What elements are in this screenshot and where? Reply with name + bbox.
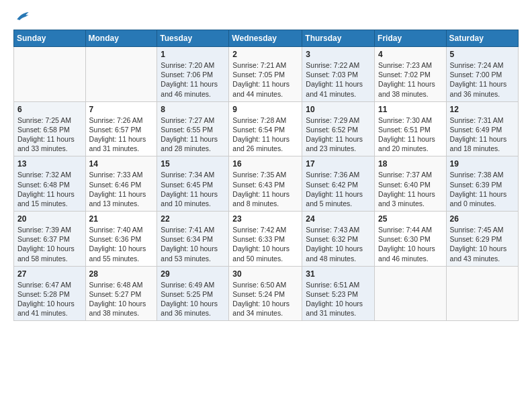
calendar-cell: 9Sunrise: 7:28 AMSunset: 6:54 PMDaylight… — [229, 101, 302, 156]
day-info: Sunrise: 7:30 AMSunset: 6:51 PMDaylight:… — [378, 116, 443, 154]
day-info: Sunrise: 6:49 AMSunset: 5:25 PMDaylight:… — [161, 280, 225, 318]
day-info: Sunrise: 7:45 AMSunset: 6:29 PMDaylight:… — [450, 225, 515, 263]
day-number: 17 — [306, 159, 371, 169]
day-info: Sunrise: 7:40 AMSunset: 6:36 PMDaylight:… — [89, 225, 154, 263]
day-number: 30 — [232, 269, 298, 279]
calendar-cell: 7Sunrise: 7:26 AMSunset: 6:57 PMDaylight… — [85, 101, 157, 156]
day-number: 16 — [232, 159, 298, 169]
day-number: 26 — [450, 214, 515, 224]
calendar-header-row: SundayMondayTuesdayWednesdayThursdayFrid… — [14, 30, 519, 47]
day-number: 5 — [450, 50, 515, 59]
day-info: Sunrise: 7:34 AMSunset: 6:45 PMDaylight:… — [161, 170, 225, 208]
day-info: Sunrise: 6:51 AMSunset: 5:23 PMDaylight:… — [306, 280, 371, 318]
day-info: Sunrise: 7:43 AMSunset: 6:32 PMDaylight:… — [306, 225, 371, 263]
calendar-cell: 25Sunrise: 7:44 AMSunset: 6:30 PMDayligh… — [375, 212, 447, 267]
day-info: Sunrise: 7:26 AMSunset: 6:57 PMDaylight:… — [89, 116, 154, 154]
day-number: 23 — [232, 214, 298, 224]
day-number: 25 — [378, 214, 443, 224]
day-info: Sunrise: 7:20 AMSunset: 7:06 PMDaylight:… — [161, 60, 225, 99]
day-number: 7 — [89, 105, 154, 114]
day-info: Sunrise: 7:29 AMSunset: 6:52 PMDaylight:… — [306, 116, 371, 154]
day-info: Sunrise: 7:33 AMSunset: 6:46 PMDaylight:… — [89, 170, 154, 208]
page: SundayMondayTuesdayWednesdayThursdayFrid… — [0, 0, 532, 332]
calendar-day-header: Friday — [375, 30, 447, 47]
calendar-week-row: 13Sunrise: 7:32 AMSunset: 6:48 PMDayligh… — [14, 156, 519, 212]
day-info: Sunrise: 7:28 AMSunset: 6:54 PMDaylight:… — [232, 116, 298, 154]
calendar-cell: 5Sunrise: 7:24 AMSunset: 7:00 PMDaylight… — [446, 47, 518, 102]
calendar-day-header: Saturday — [446, 30, 518, 47]
day-number: 13 — [17, 159, 82, 169]
day-info: Sunrise: 7:22 AMSunset: 7:03 PMDaylight:… — [306, 60, 371, 99]
header — [13, 11, 519, 21]
calendar-cell: 15Sunrise: 7:34 AMSunset: 6:45 PMDayligh… — [157, 156, 229, 212]
calendar-day-header: Sunday — [14, 30, 86, 47]
calendar-cell — [375, 266, 447, 321]
day-number: 31 — [306, 269, 371, 279]
calendar-cell — [14, 47, 86, 102]
day-number: 11 — [378, 105, 443, 114]
day-info: Sunrise: 6:48 AMSunset: 5:27 PMDaylight:… — [89, 280, 154, 318]
day-number: 24 — [306, 214, 371, 224]
calendar-week-row: 20Sunrise: 7:39 AMSunset: 6:37 PMDayligh… — [14, 212, 519, 267]
day-number: 12 — [450, 105, 515, 114]
calendar-cell: 23Sunrise: 7:42 AMSunset: 6:33 PMDayligh… — [229, 212, 302, 267]
day-info: Sunrise: 7:42 AMSunset: 6:33 PMDaylight:… — [232, 225, 298, 263]
calendar-cell: 13Sunrise: 7:32 AMSunset: 6:48 PMDayligh… — [14, 156, 86, 212]
calendar-cell: 29Sunrise: 6:49 AMSunset: 5:25 PMDayligh… — [157, 266, 229, 321]
day-number: 27 — [17, 269, 82, 279]
day-number: 4 — [378, 50, 443, 59]
calendar-day-header: Wednesday — [229, 30, 302, 47]
calendar-cell: 24Sunrise: 7:43 AMSunset: 6:32 PMDayligh… — [302, 212, 375, 267]
calendar-cell: 10Sunrise: 7:29 AMSunset: 6:52 PMDayligh… — [302, 101, 375, 156]
calendar-cell: 12Sunrise: 7:31 AMSunset: 6:49 PMDayligh… — [446, 101, 518, 156]
calendar-cell: 28Sunrise: 6:48 AMSunset: 5:27 PMDayligh… — [85, 266, 157, 321]
day-number: 20 — [17, 214, 82, 224]
day-number: 21 — [89, 214, 154, 224]
logo — [13, 11, 31, 21]
day-number: 1 — [161, 50, 225, 59]
day-info: Sunrise: 7:27 AMSunset: 6:55 PMDaylight:… — [161, 116, 225, 154]
day-number: 9 — [232, 105, 298, 114]
calendar-cell: 22Sunrise: 7:41 AMSunset: 6:34 PMDayligh… — [157, 212, 229, 267]
calendar-cell: 6Sunrise: 7:25 AMSunset: 6:58 PMDaylight… — [14, 101, 86, 156]
calendar-cell: 26Sunrise: 7:45 AMSunset: 6:29 PMDayligh… — [446, 212, 518, 267]
calendar-cell: 11Sunrise: 7:30 AMSunset: 6:51 PMDayligh… — [375, 101, 447, 156]
day-info: Sunrise: 7:21 AMSunset: 7:05 PMDaylight:… — [232, 60, 298, 99]
calendar-cell: 30Sunrise: 6:50 AMSunset: 5:24 PMDayligh… — [229, 266, 302, 321]
day-info: Sunrise: 6:47 AMSunset: 5:28 PMDaylight:… — [17, 280, 82, 318]
day-number: 6 — [17, 105, 82, 114]
calendar-cell: 3Sunrise: 7:22 AMSunset: 7:03 PMDaylight… — [302, 47, 375, 102]
calendar-cell — [446, 266, 518, 321]
day-info: Sunrise: 7:36 AMSunset: 6:42 PMDaylight:… — [306, 170, 371, 208]
day-info: Sunrise: 7:39 AMSunset: 6:37 PMDaylight:… — [17, 225, 82, 263]
day-number: 15 — [161, 159, 225, 169]
day-info: Sunrise: 6:50 AMSunset: 5:24 PMDaylight:… — [232, 280, 298, 318]
calendar-cell: 17Sunrise: 7:36 AMSunset: 6:42 PMDayligh… — [302, 156, 375, 212]
day-info: Sunrise: 7:25 AMSunset: 6:58 PMDaylight:… — [17, 116, 82, 154]
calendar-cell: 4Sunrise: 7:23 AMSunset: 7:02 PMDaylight… — [375, 47, 447, 102]
calendar-cell: 31Sunrise: 6:51 AMSunset: 5:23 PMDayligh… — [302, 266, 375, 321]
day-info: Sunrise: 7:35 AMSunset: 6:43 PMDaylight:… — [232, 170, 298, 208]
calendar-day-header: Monday — [85, 30, 157, 47]
day-number: 8 — [161, 105, 225, 114]
day-info: Sunrise: 7:37 AMSunset: 6:40 PMDaylight:… — [378, 170, 443, 208]
calendar-cell: 8Sunrise: 7:27 AMSunset: 6:55 PMDaylight… — [157, 101, 229, 156]
calendar-week-row: 6Sunrise: 7:25 AMSunset: 6:58 PMDaylight… — [14, 101, 519, 156]
day-info: Sunrise: 7:41 AMSunset: 6:34 PMDaylight:… — [161, 225, 225, 263]
calendar-cell: 14Sunrise: 7:33 AMSunset: 6:46 PMDayligh… — [85, 156, 157, 212]
day-number: 19 — [450, 159, 515, 169]
calendar-cell: 20Sunrise: 7:39 AMSunset: 6:37 PMDayligh… — [14, 212, 86, 267]
calendar-cell: 16Sunrise: 7:35 AMSunset: 6:43 PMDayligh… — [229, 156, 302, 212]
calendar-cell: 2Sunrise: 7:21 AMSunset: 7:05 PMDaylight… — [229, 47, 302, 102]
day-number: 14 — [89, 159, 154, 169]
calendar-cell: 1Sunrise: 7:20 AMSunset: 7:06 PMDaylight… — [157, 47, 229, 102]
day-number: 10 — [306, 105, 371, 114]
calendar-cell — [85, 47, 157, 102]
calendar-table: SundayMondayTuesdayWednesdayThursdayFrid… — [13, 30, 519, 321]
logo-bird-icon — [16, 11, 30, 21]
calendar-day-header: Tuesday — [157, 30, 229, 47]
day-info: Sunrise: 7:31 AMSunset: 6:49 PMDaylight:… — [450, 116, 515, 154]
day-number: 3 — [306, 50, 371, 59]
day-info: Sunrise: 7:32 AMSunset: 6:48 PMDaylight:… — [17, 170, 82, 208]
day-number: 28 — [89, 269, 154, 279]
